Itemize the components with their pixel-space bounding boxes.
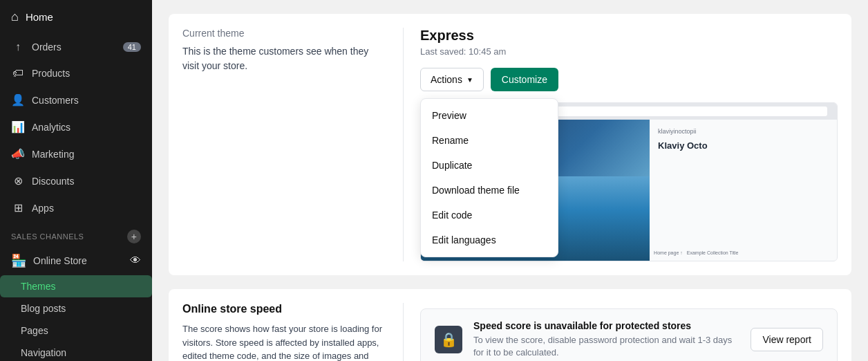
sidebar-orders-label: Orders: [32, 41, 62, 53]
customize-button[interactable]: Customize: [491, 68, 558, 91]
dropdown-item-edit-code[interactable]: Edit code: [421, 203, 558, 228]
preview-nav-collection: Example Collection Title: [687, 250, 739, 255]
actions-button[interactable]: Actions ▼: [420, 68, 484, 91]
sidebar-item-online-store[interactable]: 🏪 Online Store 👁: [0, 246, 152, 275]
chevron-down-icon: ▼: [466, 76, 473, 84]
speed-card-description: To view the score, disable password prot…: [473, 334, 739, 359]
add-sales-channel-button[interactable]: +: [127, 230, 141, 243]
speed-section-title: Online store speed: [182, 303, 386, 315]
preview-content: klaviyinoctopii Klaviy Octo: [650, 120, 837, 261]
sales-channels-label: SALES CHANNELS: [11, 232, 84, 241]
sidebar-themes-label: Themes: [21, 281, 56, 292]
sidebar-item-customers[interactable]: 👤 Customers: [0, 86, 152, 113]
sidebar-item-marketing[interactable]: 📣 Marketing: [0, 140, 152, 167]
speed-section: Online store speed The score shows how f…: [169, 289, 851, 361]
speed-info-right: 🔒 Speed score is unavailable for protect…: [404, 303, 838, 361]
main-content: Current theme This is the theme customer…: [152, 0, 868, 361]
view-report-button[interactable]: View report: [751, 328, 823, 351]
sidebar-pages-label: Pages: [21, 325, 48, 336]
actions-label: Actions: [431, 74, 462, 85]
current-theme-description: This is the theme customers see when the…: [182, 44, 386, 73]
dropdown-item-download-theme-file[interactable]: Download theme file: [421, 178, 558, 203]
sales-channels-section: SALES CHANNELS +: [0, 221, 152, 246]
sidebar-item-pages[interactable]: Pages: [0, 320, 152, 342]
online-store-eye-icon: 👁: [130, 254, 141, 267]
theme-info-left: Current theme This is the theme customer…: [182, 28, 404, 261]
theme-last-saved: Last saved: 10:45 am: [420, 46, 838, 57]
apps-icon: ⊞: [11, 201, 25, 214]
orders-badge: 41: [123, 42, 141, 52]
theme-name: Express: [420, 28, 838, 44]
speed-info-left: Online store speed The score shows how f…: [182, 303, 404, 361]
sidebar-item-analytics[interactable]: 📊 Analytics: [0, 113, 152, 140]
theme-actions-bar: Actions ▼ Customize Preview Rename Dupli…: [420, 68, 838, 91]
sidebar-marketing-label: Marketing: [32, 149, 74, 160]
speed-card-title: Speed score is unavailable for protected…: [473, 320, 739, 331]
marketing-icon: 📣: [11, 147, 25, 160]
lock-icon: 🔒: [435, 326, 462, 353]
sidebar-item-blog-posts[interactable]: Blog posts: [0, 297, 152, 320]
actions-dropdown-menu: Preview Rename Duplicate Download theme …: [420, 98, 558, 257]
current-theme-title: Current theme: [182, 28, 386, 39]
discounts-icon: ⊗: [11, 174, 25, 187]
customers-icon: 👤: [11, 93, 25, 107]
theme-info-right: Express Last saved: 10:45 am Actions ▼ C…: [404, 28, 838, 261]
sidebar-navigation-label: Navigation: [21, 347, 66, 358]
home-icon: ⌂: [11, 10, 19, 24]
sidebar-item-orders[interactable]: ↑ Orders 41: [0, 34, 152, 60]
sidebar-online-store-label: Online Store: [33, 255, 87, 266]
sidebar-item-apps[interactable]: ⊞ Apps: [0, 194, 152, 221]
speed-unavailable-card: 🔒 Speed score is unavailable for protect…: [420, 308, 838, 361]
sidebar-home-label: Home: [26, 11, 53, 23]
dropdown-item-edit-languages[interactable]: Edit languages: [421, 228, 558, 252]
sidebar-item-discounts[interactable]: ⊗ Discounts: [0, 167, 152, 194]
sidebar-customers-label: Customers: [32, 95, 79, 106]
analytics-icon: 📊: [11, 120, 25, 133]
speed-card-text: Speed score is unavailable for protected…: [473, 320, 739, 359]
sidebar-item-home[interactable]: ⌂ Home: [0, 0, 152, 34]
sidebar: ⌂ Home ↑ Orders 41 🏷 Products 👤 Customer…: [0, 0, 152, 361]
products-icon: 🏷: [11, 67, 25, 80]
preview-theme-heading: Klaviy Octo: [658, 140, 829, 151]
sidebar-item-navigation[interactable]: Navigation: [0, 342, 152, 361]
orders-icon: ↑: [11, 41, 25, 53]
sidebar-item-products[interactable]: 🏷 Products: [0, 60, 152, 86]
online-store-icon: 🏪: [11, 253, 26, 268]
sidebar-analytics-label: Analytics: [32, 122, 70, 133]
sidebar-item-themes[interactable]: Themes: [0, 275, 152, 297]
sidebar-products-label: Products: [32, 68, 70, 79]
sidebar-apps-label: Apps: [32, 203, 54, 214]
dropdown-item-rename[interactable]: Rename: [421, 128, 558, 153]
speed-description: The score shows how fast your store is l…: [182, 322, 386, 361]
sidebar-blog-posts-label: Blog posts: [21, 303, 66, 314]
preview-nav-home: Home page ↑: [654, 250, 683, 255]
dropdown-item-preview[interactable]: Preview: [421, 103, 558, 128]
current-theme-section: Current theme This is the theme customer…: [169, 14, 851, 275]
preview-store-name: klaviyinoctopii: [658, 128, 829, 135]
dropdown-item-duplicate[interactable]: Duplicate: [421, 153, 558, 178]
preview-nav-links: Home page ↑ Example Collection Title: [654, 250, 738, 255]
sidebar-discounts-label: Discounts: [32, 176, 74, 187]
